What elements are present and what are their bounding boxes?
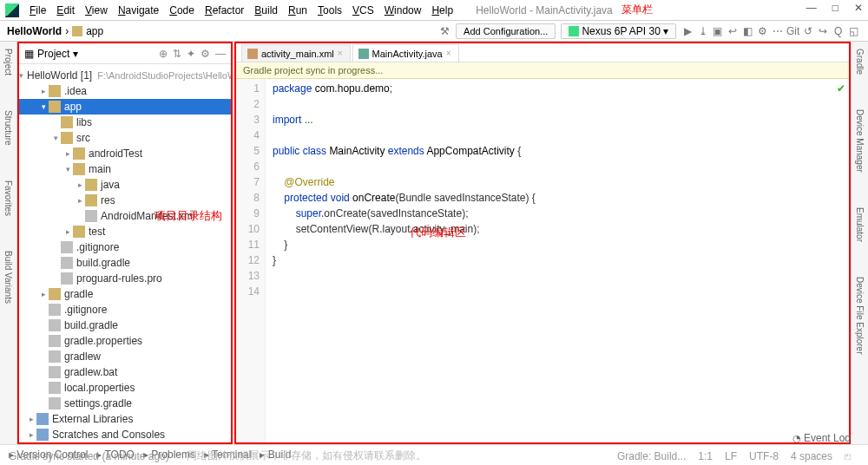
left-tool-rail: ProjectStructureFavoritesBuild Variants (0, 42, 17, 444)
toolbar-icon[interactable]: ▣ (712, 25, 724, 37)
tree-node[interactable]: gradle.properties (19, 333, 231, 349)
close-icon[interactable]: × (338, 49, 343, 58)
sync-banner: Gradle project sync in progress... (236, 62, 849, 79)
tree-node[interactable]: ▸ External Libraries (19, 411, 231, 427)
menu-edit[interactable]: Edit (51, 4, 80, 16)
toolbar-icon[interactable]: ⋯ (772, 25, 784, 37)
editor-annotation: 代码编辑区 (410, 225, 466, 240)
toolbar-icon[interactable]: ◱ (847, 25, 859, 37)
rail-build-variants[interactable]: Build Variants (3, 251, 13, 304)
menu-navigate[interactable]: Navigate (113, 4, 164, 16)
status-item[interactable]: ⏍ (845, 450, 851, 462)
tree-node[interactable]: .gitignore (19, 239, 231, 255)
status-message: Gradle sync started (a minute ago) (9, 450, 169, 462)
menu-tools[interactable]: Tools (312, 4, 347, 16)
status-item[interactable]: 4 spaces (791, 450, 832, 462)
close-icon[interactable]: × (446, 49, 451, 58)
event-log-button[interactable]: ◔ Event Log (792, 432, 851, 444)
sidebar-head-icon[interactable]: ⚙ (201, 48, 210, 60)
right-tool-rail: GradleDevice ManagerEmulatorDevice File … (851, 42, 868, 444)
tree-node[interactable]: libs (19, 115, 231, 130)
minimize-button[interactable]: — (806, 2, 817, 14)
project-sidebar: ▦Project▾ ⊕⇅✦⚙— ▾ HelloWorld [1]F:\Andro… (17, 42, 233, 444)
window-title: HelloWorld - MainActivity.java (476, 4, 613, 16)
add-configuration-button[interactable]: Add Configuration... (456, 23, 556, 39)
editor-tab[interactable]: activity_main.xml× (241, 44, 351, 62)
menu-help[interactable]: Help (426, 4, 458, 16)
rail-gradle[interactable]: Gradle (855, 49, 865, 75)
rail-device-manager[interactable]: Device Manager (855, 109, 865, 173)
tree-node[interactable]: gradlew.bat (19, 364, 231, 380)
breadcrumb: HelloWorld › app (0, 25, 110, 37)
tree-node[interactable]: ▸ gradle (19, 286, 231, 302)
status-item[interactable]: Gradle: Build... (617, 450, 686, 462)
toolbar-icon[interactable]: ◧ (742, 25, 754, 37)
sidebar-head-icon[interactable]: ✦ (187, 48, 195, 60)
rail-device-file-explorer[interactable]: Device File Explorer (855, 277, 865, 354)
tree-node[interactable]: ▸ res (19, 193, 231, 208)
menu-window[interactable]: Window (379, 4, 427, 16)
maximize-button[interactable]: □ (832, 2, 838, 14)
line-gutter: 1234567891011121314 (236, 79, 266, 442)
tree-node[interactable]: ▸ Scratches and Consoles (19, 427, 231, 442)
toolbar-icon[interactable]: ↪ (817, 25, 829, 37)
menu-bar: FileEditViewNavigateCodeRefactorBuildRun… (0, 0, 868, 21)
tree-node[interactable]: ▾ HelloWorld [1]F:\AndroidStudioProjects… (19, 68, 231, 83)
tree-node[interactable]: gradlew (19, 349, 231, 364)
tree-node[interactable]: settings.gradle (19, 396, 231, 411)
menu-build[interactable]: Build (249, 4, 283, 16)
toolbar-icon[interactable]: ↺ (802, 25, 814, 37)
sidebar-head-icon[interactable]: — (215, 48, 226, 60)
toolbar-icon[interactable]: ▶ (681, 25, 694, 37)
tree-node[interactable]: build.gradle (19, 255, 231, 271)
editor-tabs: activity_main.xml× MainActivity.java× (236, 43, 849, 62)
tree-node[interactable]: ▾ src (19, 130, 231, 146)
rail-structure[interactable]: Structure (3, 110, 13, 146)
tree-node[interactable]: local.properties (19, 380, 231, 396)
menu-file[interactable]: File (24, 4, 51, 16)
tree-node[interactable]: .gitignore (19, 302, 231, 318)
editor-tab[interactable]: MainActivity.java× (352, 44, 459, 62)
rail-favorites[interactable]: Favorites (3, 180, 13, 216)
toolbar-icon[interactable]: Git (787, 25, 799, 37)
tree-node[interactable]: ▸ test (19, 224, 231, 239)
app-logo-icon (5, 3, 19, 17)
toolbar-icon[interactable]: Q (832, 25, 845, 37)
status-item[interactable]: 1:1 (698, 450, 713, 462)
menu-annotation: 菜单栏 (621, 3, 653, 17)
hammer-icon[interactable]: ⚒ (438, 25, 450, 37)
project-tree[interactable]: ▾ HelloWorld [1]F:\AndroidStudioProjects… (19, 64, 231, 442)
menu-code[interactable]: Code (164, 4, 200, 16)
status-item[interactable]: LF (725, 450, 737, 462)
tree-node[interactable]: build.gradle (19, 318, 231, 333)
sidebar-head-icon[interactable]: ⇅ (173, 48, 181, 60)
close-button[interactable]: ✕ (854, 2, 863, 14)
menu-run[interactable]: Run (283, 4, 312, 16)
toolbar-icon[interactable]: ↩ (727, 25, 739, 37)
rail-emulator[interactable]: Emulator (855, 207, 865, 242)
tree-node[interactable]: ▸ java (19, 177, 231, 193)
toolbar: HelloWorld › app ⚒ Add Configuration... … (0, 21, 868, 42)
editor-area: activity_main.xml× MainActivity.java× Gr… (234, 42, 851, 444)
tree-node[interactable]: ▾ app (19, 99, 231, 115)
rail-project[interactable]: Project (3, 49, 13, 75)
status-item[interactable]: UTF-8 (749, 450, 779, 462)
menu-view[interactable]: View (80, 4, 113, 16)
code-text[interactable]: package com.hopu.demo; import ... public… (266, 79, 849, 442)
tree-node[interactable]: ▸ .idea (19, 83, 231, 99)
toolbar-icon[interactable]: ⤓ (697, 25, 709, 37)
project-title: Project (37, 48, 69, 60)
menu-vcs[interactable]: VCS (347, 4, 379, 16)
menu-refactor[interactable]: Refactor (200, 4, 249, 16)
tree-node[interactable]: ▸ androidTest (19, 146, 231, 161)
sidebar-head-icon[interactable]: ⊕ (159, 48, 168, 60)
tree-node[interactable]: ▾ main (19, 161, 231, 177)
sidebar-annotation: 项目目录结构 (155, 208, 222, 224)
toolbar-icon[interactable]: ⚙ (757, 25, 769, 37)
tree-node[interactable]: proguard-rules.pro (19, 271, 231, 286)
analysis-ok-icon: ✔ (837, 82, 845, 95)
device-selector[interactable]: Nexus 6P API 30 ▾ (561, 23, 676, 39)
